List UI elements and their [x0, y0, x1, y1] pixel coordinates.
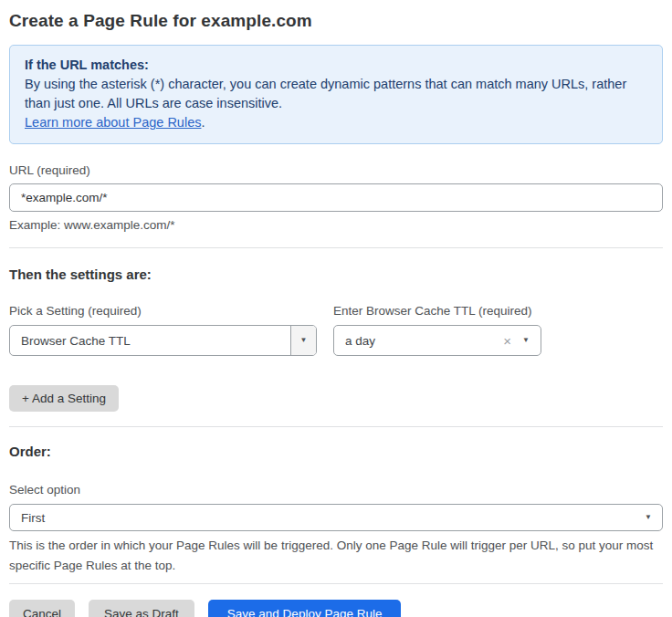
order-select-label: Select option — [9, 483, 663, 497]
ttl-column: Enter Browser Cache TTL (required) a day… — [333, 304, 607, 356]
pick-setting-label: Pick a Setting (required) — [9, 304, 333, 318]
url-input[interactable] — [9, 183, 663, 212]
info-box-link-line: Learn more about Page Rules. — [25, 113, 647, 132]
add-setting-button[interactable]: + Add a Setting — [9, 385, 119, 412]
settings-row: Pick a Setting (required) Browser Cache … — [9, 304, 663, 356]
info-box-body: By using the asterisk (*) character, you… — [25, 75, 647, 113]
info-box-heading: If the URL matches: — [25, 56, 647, 75]
divider — [9, 583, 663, 584]
clear-icon[interactable]: × — [503, 333, 511, 349]
save-as-draft-button[interactable]: Save as Draft — [89, 600, 194, 617]
settings-section-heading: Then the settings are: — [9, 267, 663, 282]
learn-more-link[interactable]: Learn more about Page Rules — [25, 115, 201, 130]
chevron-down-icon: ▼ — [522, 337, 530, 344]
chevron-down-icon: ▼ — [645, 514, 652, 521]
divider — [9, 247, 663, 248]
page-rule-form: Create a Page Rule for example.com If th… — [0, 0, 672, 617]
order-select[interactable]: First ▼ — [9, 504, 663, 531]
dropdown-caret-segment[interactable]: ▼ — [290, 326, 316, 355]
link-suffix: . — [201, 115, 205, 130]
chevron-down-icon: ▼ — [300, 337, 308, 344]
order-section-heading: Order: — [9, 444, 663, 459]
pick-setting-value: Browser Cache TTL — [10, 334, 290, 348]
url-field-label: URL (required) — [9, 163, 663, 177]
order-value: First — [10, 511, 645, 525]
pick-setting-select[interactable]: Browser Cache TTL ▼ — [9, 325, 317, 356]
save-and-deploy-button[interactable]: Save and Deploy Page Rule — [208, 600, 402, 617]
ttl-value: a day — [334, 334, 503, 348]
divider — [9, 426, 663, 427]
pick-setting-column: Pick a Setting (required) Browser Cache … — [9, 304, 333, 356]
order-help-text: This is the order in which your Page Rul… — [9, 536, 663, 576]
ttl-select[interactable]: a day × ▼ — [333, 325, 541, 356]
cancel-button[interactable]: Cancel — [9, 600, 75, 617]
footer-actions: Cancel Save as Draft Save and Deploy Pag… — [9, 600, 663, 617]
url-example-text: Example: www.example.com/* — [9, 218, 663, 232]
page-title: Create a Page Rule for example.com — [9, 7, 663, 31]
url-match-info-box: If the URL matches: By using the asteris… — [9, 45, 663, 144]
ttl-label: Enter Browser Cache TTL (required) — [333, 304, 607, 318]
